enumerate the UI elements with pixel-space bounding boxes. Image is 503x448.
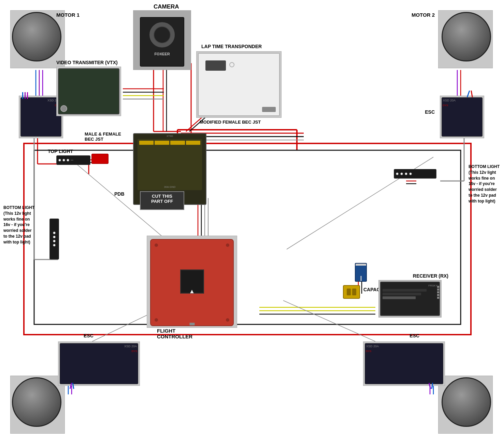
- motor2: [442, 12, 491, 61]
- fc-board: ▲: [150, 239, 234, 326]
- jst-male: [91, 154, 109, 164]
- esc1-board: XSD 20A DYS: [20, 97, 61, 137]
- bottom-light-right-strip: [394, 169, 436, 179]
- vtx-board: [58, 68, 119, 114]
- bottom-light-left-label: BOTTOM LIGHT(This 12v lightworks fine on…: [3, 205, 34, 245]
- esc2-board: XSD 20A DYS: [442, 97, 483, 137]
- modified-bec-label: MODIFIED FEMALE BEC JST: [200, 120, 261, 125]
- transponder-label: LAP TIME TRANSPONDER: [201, 44, 262, 49]
- motor1: [12, 12, 61, 61]
- camera: FOXEER: [140, 17, 184, 67]
- top-light-label: TOP LIGHT: [48, 149, 73, 154]
- camera-label: CAMERA: [154, 3, 179, 10]
- svg-line-54: [283, 300, 375, 341]
- bottom-light-left-strip: [49, 219, 59, 260]
- pdb-label: PDB: [114, 191, 125, 197]
- esc4-label: ESC: [84, 333, 94, 338]
- esc2-label: ESC: [425, 109, 435, 115]
- top-light: [56, 155, 90, 165]
- male-female-bec-label: MALE & FEMALEBEC JST: [85, 131, 121, 142]
- bottom-light-right-label: BOTTOM LIGHT(This 12v lightworks fine on…: [469, 164, 500, 204]
- esc4-board: XSD 20A DYS: [60, 343, 138, 384]
- motor4: [12, 377, 61, 427]
- motor3: [442, 377, 491, 427]
- vtx-label: VIDEO TRANSMITER (VTX): [56, 60, 118, 65]
- rx-label: RECEIVER (RX): [413, 273, 448, 279]
- diagram-container: MOTOR 1 MOTOR 2 XSD 20A DYS ESC XSD 20A …: [0, 0, 503, 448]
- xt60-connector: [343, 285, 360, 299]
- capacitor-component: [355, 263, 367, 282]
- cut-this-box: CUT THISPART OFF: [140, 191, 184, 210]
- transponder: [198, 53, 280, 116]
- fc-label: FLIGHTCONTROLLER: [157, 328, 192, 339]
- esc3-board: XSD 20A DYS: [365, 343, 443, 384]
- rx-board: FRSKY: [380, 282, 440, 316]
- motor1-label: MOTOR 1: [56, 12, 80, 18]
- esc3-label: ESC: [409, 333, 419, 338]
- motor2-label: MOTOR 2: [412, 12, 435, 18]
